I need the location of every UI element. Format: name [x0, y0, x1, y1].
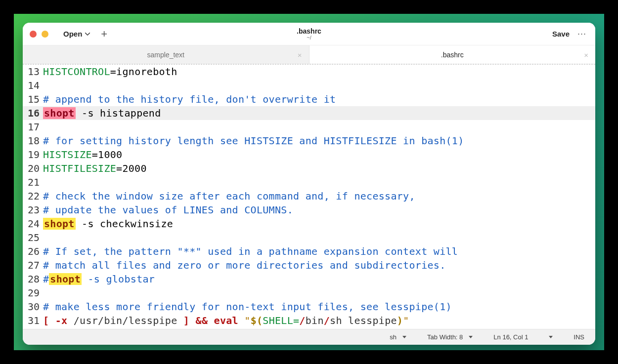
tab-sampletext[interactable]: sample_text×	[23, 45, 309, 64]
code-content: # update the values of LINES and COLUMNS…	[43, 203, 293, 217]
code-line[interactable]: 26# If set, the pattern "**" used in a p…	[23, 244, 595, 258]
code-content: shopt -s checkwinsize	[43, 217, 173, 231]
line-number: 26	[23, 244, 43, 258]
code-content: HISTFILESIZE=2000	[43, 162, 147, 175]
code-content: #shopt -s globstar	[43, 272, 155, 286]
tab-label: .bashrc	[441, 51, 464, 59]
code-line[interactable]: 17	[23, 120, 595, 134]
open-button[interactable]: Open	[63, 30, 90, 38]
tab-label: sample_text	[147, 51, 184, 59]
line-number: 29	[23, 286, 43, 300]
close-tab-icon[interactable]: ×	[298, 50, 302, 59]
line-number: 13	[23, 65, 43, 79]
code-line[interactable]: 27# match all files and zero or more dir…	[23, 258, 595, 272]
code-line[interactable]: 29	[23, 286, 595, 300]
line-number: 18	[23, 134, 43, 148]
code-line[interactable]: 28#shopt -s globstar	[23, 272, 595, 286]
code-content: HISTCONTROL=ignoreboth	[43, 65, 177, 79]
window-title-path: ~/	[307, 35, 311, 40]
line-number: 27	[23, 258, 43, 272]
code-line[interactable]: 20HISTFILESIZE=2000	[23, 162, 595, 175]
save-button[interactable]: Save	[552, 30, 577, 38]
line-number: 24	[23, 217, 43, 231]
line-number: 31	[23, 314, 43, 327]
line-number: 30	[23, 300, 43, 314]
language-selector[interactable]: sh	[390, 333, 406, 341]
open-button-label: Open	[63, 30, 82, 38]
line-number: 28	[23, 272, 43, 286]
desktop-background: Open + .bashrc ~/ Save ··· sample_text×.…	[14, 14, 604, 350]
code-line[interactable]: 22# check the window size after each com…	[23, 189, 595, 203]
code-content: # for setting history length see HISTSIZ…	[43, 134, 464, 148]
code-content: [ -x /usr/bin/lesspipe ] && eval "$(SHEL…	[43, 314, 409, 327]
line-number: 14	[23, 79, 43, 92]
tabwidth-selector[interactable]: Tab Width: 8	[427, 333, 473, 341]
window-title-filename: .bashrc	[297, 27, 321, 35]
code-line[interactable]: 15# append to the history file, don't ov…	[23, 92, 595, 106]
source-editor[interactable]: 13HISTCONTROL=ignoreboth1415# append to …	[23, 65, 595, 329]
code-content: # match all files and zero or more direc…	[43, 258, 446, 272]
line-number: 19	[23, 148, 43, 162]
code-content: # make less more friendly for non-text i…	[43, 300, 452, 314]
code-line[interactable]: 18# for setting history length see HISTS…	[23, 134, 595, 148]
editor-window: Open + .bashrc ~/ Save ··· sample_text×.…	[23, 23, 595, 345]
insert-mode-indicator[interactable]: INS	[574, 333, 584, 341]
code-line[interactable]: 24shopt -s checkwinsize	[23, 217, 595, 231]
chevron-down-icon	[85, 33, 90, 36]
line-number: 23	[23, 203, 43, 217]
tab-bashrc[interactable]: .bashrc×	[309, 45, 596, 64]
close-tab-icon[interactable]: ×	[584, 50, 588, 59]
line-number: 20	[23, 162, 43, 175]
tab-strip: sample_text×.bashrc×	[23, 45, 595, 64]
minimize-window-dot[interactable]	[42, 31, 48, 38]
code-line[interactable]: 14	[23, 79, 595, 92]
code-line[interactable]: 21	[23, 175, 595, 189]
code-line[interactable]: 23# update the values of LINES and COLUM…	[23, 203, 595, 217]
line-number: 21	[23, 175, 43, 189]
line-number: 22	[23, 189, 43, 203]
window-title: .bashrc ~/	[23, 27, 595, 40]
line-number: 17	[23, 120, 43, 134]
line-number: 15	[23, 92, 43, 106]
code-line[interactable]: 19HISTSIZE=1000	[23, 148, 595, 162]
code-line[interactable]: 25	[23, 231, 595, 244]
new-tab-button[interactable]: +	[101, 29, 107, 40]
cursor-position[interactable]: Ln 16, Col 1	[493, 333, 553, 341]
status-bar: sh Tab Width: 8 Ln 16, Col 1 INS	[23, 329, 595, 345]
code-content: HISTSIZE=1000	[43, 148, 122, 162]
code-line[interactable]: 16shopt -s histappend	[23, 106, 595, 120]
line-number: 16	[23, 106, 43, 120]
window-controls	[23, 31, 48, 38]
line-number: 25	[23, 231, 43, 244]
code-content: # append to the history file, don't over…	[43, 92, 336, 106]
code-content: shopt -s histappend	[43, 106, 161, 120]
editor-area: 13HISTCONTROL=ignoreboth1415# append to …	[23, 64, 595, 329]
close-window-dot[interactable]	[30, 31, 37, 38]
titlebar: Open + .bashrc ~/ Save ···	[23, 23, 595, 45]
code-line[interactable]: 13HISTCONTROL=ignoreboth	[23, 65, 595, 79]
code-content: # If set, the pattern "**" used in a pat…	[43, 244, 458, 258]
code-line[interactable]: 30# make less more friendly for non-text…	[23, 300, 595, 314]
code-line[interactable]: 31[ -x /usr/bin/lesspipe ] && eval "$(SH…	[23, 314, 595, 327]
hamburger-menu-button[interactable]: ···	[577, 29, 595, 39]
code-content: # check the window size after each comma…	[43, 189, 415, 203]
